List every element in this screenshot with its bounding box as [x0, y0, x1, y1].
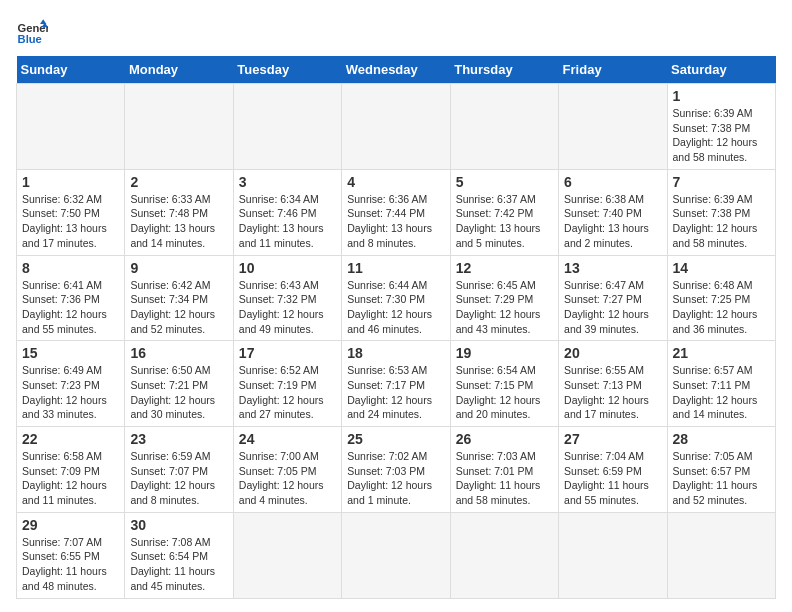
calendar-cell: 1Sunrise: 6:39 AMSunset: 7:38 PMDaylight… [667, 84, 775, 170]
day-info: Sunrise: 6:32 AMSunset: 7:50 PMDaylight:… [22, 192, 119, 251]
calendar-cell: 18Sunrise: 6:53 AMSunset: 7:17 PMDayligh… [342, 341, 450, 427]
day-info: Sunrise: 6:33 AMSunset: 7:48 PMDaylight:… [130, 192, 227, 251]
day-info: Sunrise: 6:49 AMSunset: 7:23 PMDaylight:… [22, 363, 119, 422]
day-number: 11 [347, 260, 444, 276]
day-number: 1 [22, 174, 119, 190]
calendar-cell: 5Sunrise: 6:37 AMSunset: 7:42 PMDaylight… [450, 169, 558, 255]
day-info: Sunrise: 7:05 AMSunset: 6:57 PMDaylight:… [673, 449, 770, 508]
calendar-cell [450, 512, 558, 598]
calendar-cell: 26Sunrise: 7:03 AMSunset: 7:01 PMDayligh… [450, 427, 558, 513]
day-number: 8 [22, 260, 119, 276]
calendar-week-4: 15Sunrise: 6:49 AMSunset: 7:23 PMDayligh… [17, 341, 776, 427]
day-number: 7 [673, 174, 770, 190]
calendar-cell [559, 512, 667, 598]
day-number: 29 [22, 517, 119, 533]
day-number: 18 [347, 345, 444, 361]
calendar-cell: 19Sunrise: 6:54 AMSunset: 7:15 PMDayligh… [450, 341, 558, 427]
day-info: Sunrise: 6:36 AMSunset: 7:44 PMDaylight:… [347, 192, 444, 251]
calendar-cell: 29Sunrise: 7:07 AMSunset: 6:55 PMDayligh… [17, 512, 125, 598]
calendar-cell: 2Sunrise: 6:33 AMSunset: 7:48 PMDaylight… [125, 169, 233, 255]
day-number: 24 [239, 431, 336, 447]
calendar-cell: 9Sunrise: 6:42 AMSunset: 7:34 PMDaylight… [125, 255, 233, 341]
day-info: Sunrise: 6:39 AMSunset: 7:38 PMDaylight:… [673, 106, 770, 165]
day-number: 5 [456, 174, 553, 190]
calendar-cell: 7Sunrise: 6:39 AMSunset: 7:38 PMDaylight… [667, 169, 775, 255]
calendar-cell: 27Sunrise: 7:04 AMSunset: 6:59 PMDayligh… [559, 427, 667, 513]
day-info: Sunrise: 6:53 AMSunset: 7:17 PMDaylight:… [347, 363, 444, 422]
day-number: 1 [673, 88, 770, 104]
day-info: Sunrise: 6:58 AMSunset: 7:09 PMDaylight:… [22, 449, 119, 508]
day-info: Sunrise: 6:47 AMSunset: 7:27 PMDaylight:… [564, 278, 661, 337]
calendar-cell: 24Sunrise: 7:00 AMSunset: 7:05 PMDayligh… [233, 427, 341, 513]
calendar-cell: 25Sunrise: 7:02 AMSunset: 7:03 PMDayligh… [342, 427, 450, 513]
day-number: 6 [564, 174, 661, 190]
calendar-cell [125, 84, 233, 170]
day-number: 10 [239, 260, 336, 276]
calendar-cell: 4Sunrise: 6:36 AMSunset: 7:44 PMDaylight… [342, 169, 450, 255]
day-number: 13 [564, 260, 661, 276]
day-info: Sunrise: 6:44 AMSunset: 7:30 PMDaylight:… [347, 278, 444, 337]
header-day-thursday: Thursday [450, 56, 558, 84]
day-number: 27 [564, 431, 661, 447]
calendar-cell: 8Sunrise: 6:41 AMSunset: 7:36 PMDaylight… [17, 255, 125, 341]
day-info: Sunrise: 6:34 AMSunset: 7:46 PMDaylight:… [239, 192, 336, 251]
header-day-friday: Friday [559, 56, 667, 84]
day-number: 12 [456, 260, 553, 276]
calendar-cell [17, 84, 125, 170]
calendar-cell: 21Sunrise: 6:57 AMSunset: 7:11 PMDayligh… [667, 341, 775, 427]
day-info: Sunrise: 6:50 AMSunset: 7:21 PMDaylight:… [130, 363, 227, 422]
calendar-cell: 12Sunrise: 6:45 AMSunset: 7:29 PMDayligh… [450, 255, 558, 341]
day-info: Sunrise: 6:37 AMSunset: 7:42 PMDaylight:… [456, 192, 553, 251]
calendar-cell [233, 84, 341, 170]
day-info: Sunrise: 7:00 AMSunset: 7:05 PMDaylight:… [239, 449, 336, 508]
day-number: 28 [673, 431, 770, 447]
day-info: Sunrise: 7:02 AMSunset: 7:03 PMDaylight:… [347, 449, 444, 508]
calendar-cell: 14Sunrise: 6:48 AMSunset: 7:25 PMDayligh… [667, 255, 775, 341]
day-info: Sunrise: 6:55 AMSunset: 7:13 PMDaylight:… [564, 363, 661, 422]
calendar-cell: 10Sunrise: 6:43 AMSunset: 7:32 PMDayligh… [233, 255, 341, 341]
day-number: 19 [456, 345, 553, 361]
calendar-cell: 30Sunrise: 7:08 AMSunset: 6:54 PMDayligh… [125, 512, 233, 598]
header-day-tuesday: Tuesday [233, 56, 341, 84]
day-number: 20 [564, 345, 661, 361]
day-info: Sunrise: 6:57 AMSunset: 7:11 PMDaylight:… [673, 363, 770, 422]
calendar-cell [342, 84, 450, 170]
day-number: 4 [347, 174, 444, 190]
logo: General Blue [16, 16, 52, 48]
day-number: 17 [239, 345, 336, 361]
day-info: Sunrise: 7:07 AMSunset: 6:55 PMDaylight:… [22, 535, 119, 594]
header-day-wednesday: Wednesday [342, 56, 450, 84]
day-info: Sunrise: 7:04 AMSunset: 6:59 PMDaylight:… [564, 449, 661, 508]
day-info: Sunrise: 6:59 AMSunset: 7:07 PMDaylight:… [130, 449, 227, 508]
day-number: 22 [22, 431, 119, 447]
header-day-monday: Monday [125, 56, 233, 84]
day-number: 15 [22, 345, 119, 361]
day-info: Sunrise: 6:52 AMSunset: 7:19 PMDaylight:… [239, 363, 336, 422]
day-info: Sunrise: 6:45 AMSunset: 7:29 PMDaylight:… [456, 278, 553, 337]
calendar-week-3: 8Sunrise: 6:41 AMSunset: 7:36 PMDaylight… [17, 255, 776, 341]
logo-icon: General Blue [16, 16, 48, 48]
page-header: General Blue [16, 16, 776, 48]
day-number: 26 [456, 431, 553, 447]
calendar-cell: 23Sunrise: 6:59 AMSunset: 7:07 PMDayligh… [125, 427, 233, 513]
day-info: Sunrise: 6:54 AMSunset: 7:15 PMDaylight:… [456, 363, 553, 422]
day-number: 25 [347, 431, 444, 447]
day-info: Sunrise: 6:43 AMSunset: 7:32 PMDaylight:… [239, 278, 336, 337]
calendar-cell: 16Sunrise: 6:50 AMSunset: 7:21 PMDayligh… [125, 341, 233, 427]
calendar-week-1: 1Sunrise: 6:39 AMSunset: 7:38 PMDaylight… [17, 84, 776, 170]
day-info: Sunrise: 7:03 AMSunset: 7:01 PMDaylight:… [456, 449, 553, 508]
day-number: 21 [673, 345, 770, 361]
calendar-cell: 13Sunrise: 6:47 AMSunset: 7:27 PMDayligh… [559, 255, 667, 341]
day-number: 9 [130, 260, 227, 276]
calendar-week-6: 29Sunrise: 7:07 AMSunset: 6:55 PMDayligh… [17, 512, 776, 598]
calendar-cell [667, 512, 775, 598]
day-number: 23 [130, 431, 227, 447]
day-info: Sunrise: 6:38 AMSunset: 7:40 PMDaylight:… [564, 192, 661, 251]
header-day-saturday: Saturday [667, 56, 775, 84]
day-number: 3 [239, 174, 336, 190]
calendar-cell: 28Sunrise: 7:05 AMSunset: 6:57 PMDayligh… [667, 427, 775, 513]
calendar-cell: 3Sunrise: 6:34 AMSunset: 7:46 PMDaylight… [233, 169, 341, 255]
day-number: 2 [130, 174, 227, 190]
svg-text:Blue: Blue [18, 33, 42, 45]
header-day-sunday: Sunday [17, 56, 125, 84]
